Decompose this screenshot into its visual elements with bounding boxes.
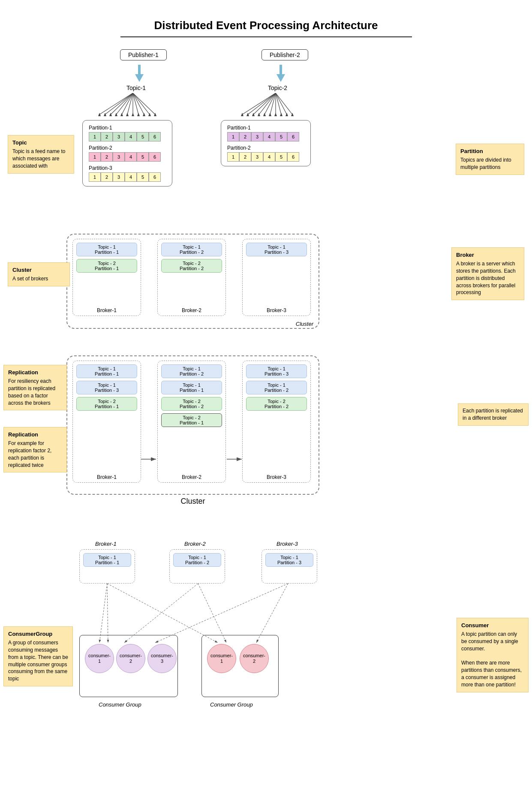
note-cluster: Cluster A set of brokers [8,262,70,286]
topic1-partitions: Partition-1 123456 Partition-2 123456 Pa… [82,120,172,186]
svg-line-26 [264,93,276,114]
note-rep1: Replication For resiliency each partitio… [3,365,67,410]
svg-line-0 [99,93,133,114]
publisher-2-box: Publisher-2 [261,49,308,60]
topic-1-label: Topic-1 [126,84,146,91]
broker-1-s3: Topic - 1Partition - 1 Topic - 1Partitio… [72,361,141,483]
svg-marker-16 [126,113,129,116]
broker-1-s4-label: Broker-1 [95,541,117,547]
cluster-outer-s3: Topic - 1Partition - 1 Topic - 1Partitio… [66,355,319,495]
broker-3-s3: Topic - 1Partition - 3 Topic - 1Partitio… [242,361,311,483]
note-rep2: Replication For example for replication … [3,427,67,472]
svg-line-30 [276,93,287,114]
broker-1-s4: Topic - 1Partition - 1 [79,549,135,583]
arrow-pub2 [277,65,285,82]
svg-line-51 [198,583,226,643]
svg-line-22 [242,93,276,114]
arrow-pub1 [135,65,144,82]
comb-t1 [95,93,181,117]
svg-marker-37 [269,113,271,116]
topic-2-label: Topic-2 [268,84,287,91]
cluster-label-s2: Cluster [296,321,313,327]
svg-marker-38 [274,113,277,116]
tp-b2-2: Topic - 2Partition - 2 [161,259,222,273]
svg-marker-39 [280,113,283,116]
broker-2-s4: Topic - 1Partition - 2 [169,549,225,583]
consumer-2-cg1: consumer-2 [116,644,145,673]
consumer-3-cg1: consumer-3 [147,644,177,673]
note-partition: Partition Topics are divided into multip… [456,144,524,175]
publisher-2-label: Publisher-2 [270,51,300,58]
svg-marker-32 [241,113,243,116]
note-cg: ConsumerGroup A group of consumers consu… [3,626,73,686]
svg-line-8 [133,93,144,114]
cluster-outer-s2: Topic - 1Partition - 1 Topic - 2Partitio… [66,234,319,329]
svg-line-48 [124,583,198,643]
cg-1-label: Consumer Group [99,701,141,708]
svg-marker-11 [98,113,101,116]
tp-b2-1: Topic - 1Partition - 2 [161,243,222,256]
broker-3-s2: Topic - 1Partition - 3 Broker-3 [242,239,311,316]
tp-b1-2: Topic - 2Partition - 1 [76,259,137,273]
cg-1-box: consumer-1 consumer-2 consumer-3 [79,635,178,697]
cg-2-label: Consumer Group [210,701,253,708]
tp-b3-1: Topic - 1Partition - 3 [246,243,307,256]
svg-marker-33 [246,113,249,116]
svg-line-9 [133,93,150,114]
broker-2-s2: Topic - 1Partition - 2 Topic - 2Partitio… [157,239,226,316]
cluster-label-s3: Cluster [180,497,205,506]
note-topic: Topic Topic is a feed name to which mess… [8,135,74,174]
publisher-1-box: Publisher-1 [120,49,167,60]
note-consumer: Consumer A topic partition can only be c… [457,618,529,692]
cg-2-box: consumer-1 consumer-2 [201,635,279,697]
svg-line-47 [107,583,108,643]
broker-2-s3: Topic - 1Partition - 2 Topic - 1Partitio… [157,361,226,483]
svg-line-49 [155,583,288,643]
consumer-1-cg1: consumer-1 [85,644,114,673]
publisher-1-label: Publisher-1 [128,51,159,58]
topic2-partitions: Partition-1 123456 Partition-2 123456 [221,120,311,166]
svg-marker-17 [132,113,134,116]
svg-line-50 [107,583,218,643]
broker-3-s4: Topic - 1Partition - 3 [261,549,317,583]
svg-line-52 [256,583,288,643]
svg-marker-12 [104,113,106,116]
svg-marker-18 [137,113,140,116]
page-title: Distributed Event Processing Architectur… [120,9,412,37]
broker-1-s2: Topic - 1Partition - 1 Topic - 2Partitio… [72,239,141,316]
consumer-1-cg2: consumer-1 [207,644,236,673]
tp-b1-1: Topic - 1Partition - 1 [76,243,137,256]
broker-2-s4-label: Broker-2 [184,541,206,547]
svg-line-10 [133,93,155,114]
consumer-2-cg2: consumer-2 [240,644,269,673]
svg-line-2 [111,93,133,114]
svg-line-46 [99,583,107,643]
svg-line-24 [253,93,276,114]
svg-line-31 [276,93,292,114]
comb-t2 [238,93,324,117]
note-broker: Broker A broker is a server which stores… [451,247,524,300]
svg-line-4 [122,93,133,114]
note-rep3: Each partition is replicated in a differ… [458,403,529,426]
broker-3-s4-label: Broker-3 [277,541,298,547]
